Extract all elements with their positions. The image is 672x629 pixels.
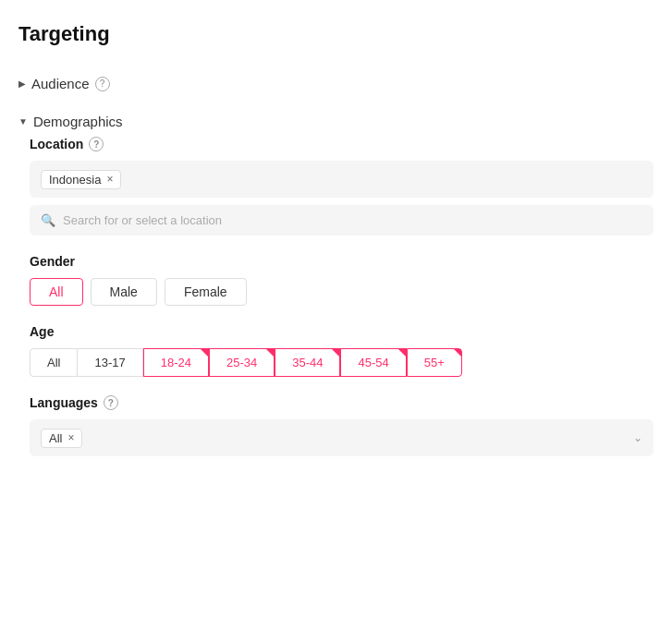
- age-corner-mark-18-24: [201, 349, 208, 357]
- location-group: Location ? Indonesia × 🔍 Search for or s…: [30, 137, 654, 236]
- gender-options: All Male Female: [30, 278, 654, 306]
- location-tag-indonesia: Indonesia ×: [41, 170, 121, 189]
- gender-label: Gender: [30, 254, 654, 269]
- demographics-label: Demographics: [33, 114, 123, 129]
- age-btn-45-54[interactable]: 45-54: [340, 348, 406, 377]
- languages-select-box[interactable]: All × ⌄: [30, 419, 654, 456]
- languages-tag-label: All: [49, 431, 62, 445]
- age-corner-mark-55plus: [454, 349, 461, 357]
- languages-tag-remove[interactable]: ×: [67, 431, 74, 444]
- age-label: Age: [30, 324, 654, 339]
- languages-chevron-icon: ⌄: [633, 431, 642, 444]
- audience-label: Audience: [31, 76, 90, 91]
- demographics-section-header[interactable]: ▼ Demographics: [18, 106, 654, 137]
- age-btn-13-17[interactable]: 13-17: [78, 348, 142, 377]
- demographics-section: ▼ Demographics Location ? Indonesia × 🔍 …: [18, 106, 654, 456]
- demographics-arrow: ▼: [18, 116, 28, 127]
- gender-btn-male[interactable]: Male: [91, 278, 157, 306]
- audience-section-header[interactable]: ▶ Audience ?: [18, 68, 654, 99]
- search-icon: 🔍: [41, 213, 55, 227]
- age-options: All 13-17 18-24 25-34 35-44 45-54: [30, 348, 654, 377]
- age-btn-18-24[interactable]: 18-24: [143, 348, 209, 377]
- page-title: Targeting: [18, 22, 654, 46]
- languages-tag-all: All ×: [41, 429, 82, 448]
- location-tag-remove[interactable]: ×: [106, 173, 113, 186]
- gender-btn-female[interactable]: Female: [165, 278, 247, 306]
- age-group: Age All 13-17 18-24 25-34 35-44 45: [30, 324, 654, 377]
- audience-arrow: ▶: [18, 79, 26, 89]
- languages-group: Languages ? All × ⌄: [30, 395, 654, 456]
- age-corner-mark-35-44: [332, 349, 339, 357]
- location-tag-label: Indonesia: [49, 173, 101, 187]
- age-btn-all[interactable]: All: [30, 348, 78, 377]
- age-btn-25-34[interactable]: 25-34: [209, 348, 275, 377]
- age-corner-mark-25-34: [266, 349, 274, 357]
- languages-help-icon[interactable]: ?: [104, 395, 118, 410]
- languages-selected: All ×: [41, 429, 82, 448]
- gender-group: Gender All Male Female: [30, 254, 654, 306]
- location-help-icon[interactable]: ?: [89, 137, 104, 151]
- location-search-placeholder: Search for or select a location: [63, 213, 222, 227]
- age-corner-mark-45-54: [398, 349, 406, 357]
- location-tags-box: Indonesia ×: [30, 161, 654, 198]
- age-btn-55plus[interactable]: 55+: [407, 348, 462, 377]
- gender-btn-all[interactable]: All: [30, 278, 83, 306]
- audience-section: ▶ Audience ?: [18, 68, 654, 99]
- languages-label: Languages ?: [30, 395, 654, 410]
- location-label: Location ?: [30, 137, 654, 151]
- age-btn-35-44[interactable]: 35-44: [275, 348, 340, 377]
- demographics-content: Location ? Indonesia × 🔍 Search for or s…: [18, 137, 654, 456]
- audience-help-icon[interactable]: ?: [95, 77, 110, 91]
- location-search-box[interactable]: 🔍 Search for or select a location: [30, 205, 654, 236]
